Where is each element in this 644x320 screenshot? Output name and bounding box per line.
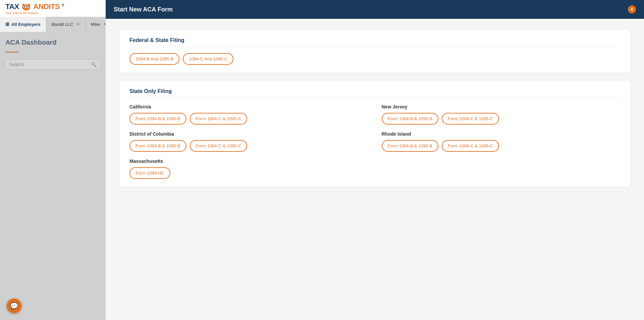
grid-icon: ⊞ (5, 21, 9, 27)
btn-ca-1094b-1095b[interactable]: Form 1094-B & 1095-B (129, 113, 186, 125)
owl-icon (21, 3, 31, 11)
modal-start-aca: Start New ACA Form × Federal & State Fil… (106, 0, 644, 320)
btn-ca-1094c-1095c[interactable]: Form 1094-C & 1095-C (190, 113, 247, 125)
federal-buttons-row: 1094-B And 1095-B 1094-C And 1095-C (129, 53, 620, 65)
logo-subtitle: Your 1099 & W2 Experts (5, 11, 64, 15)
state-filing-heading: State Only Filing (129, 88, 620, 98)
states-grid: California Form 1094-B & 1095-B Form 109… (129, 104, 620, 179)
ma-buttons: Form 1099-HC (129, 167, 368, 179)
btn-1094c-1095c[interactable]: 1094-C And 1095-C (183, 53, 233, 65)
logo-reg: ® (62, 3, 64, 7)
new-jersey-buttons: Form 1094-B & 1095-B Form 1094-C & 1095-… (382, 113, 621, 125)
state-ri-name: Rhode Island (382, 131, 621, 137)
state-filing-section: State Only Filing California Form 1094-B… (119, 80, 631, 187)
employer-tab-bandit[interactable]: Bandit LLC ✕ (46, 17, 86, 32)
employer-tab-bandit-label: Bandit LLC (52, 22, 73, 27)
employer-tab-all[interactable]: ⊞ All Employers (0, 17, 46, 32)
modal-body: Federal & State Filing 1094-B And 1095-B… (106, 19, 644, 320)
logo-tax: TAX ANDITS ® (5, 2, 64, 11)
modal-header: Start New ACA Form × (106, 0, 644, 19)
btn-nj-1094b-1095b[interactable]: Form 1094-B & 1095-B (382, 113, 439, 125)
state-new-jersey-name: New Jersey (382, 104, 621, 109)
federal-filing-section: Federal & State Filing 1094-B And 1095-B… (119, 29, 631, 73)
logo-area: TAX ANDITS ® Your 109 (0, 0, 106, 17)
dc-buttons: Form 1094-B & 1095-B Form 1094-C & 1095-… (129, 140, 368, 152)
california-buttons: Form 1094-B & 1095-B Form 1094-C & 1095-… (129, 113, 368, 125)
btn-dc-1094b-1095b[interactable]: Form 1094-B & 1095-B (129, 140, 186, 152)
chat-bubble[interactable]: 💬 (7, 299, 21, 313)
state-dc-name: District of Columbia (129, 131, 368, 137)
logo-text: TAX ANDITS ® (5, 2, 64, 11)
sidebar-overlay (0, 32, 106, 320)
btn-1094b-1095b[interactable]: 1094-B And 1095-B (129, 53, 179, 65)
employer-tab-all-label: All Employers (11, 22, 41, 27)
state-california: California Form 1094-B & 1095-B Form 109… (129, 104, 368, 125)
logo: TAX ANDITS ® Your 109 (5, 2, 64, 15)
modal-title: Start New ACA Form (114, 6, 173, 13)
state-rhode-island: Rhode Island Form 1094-B & 1095-B Form 1… (382, 131, 621, 152)
employer-tab-mike-label: Mike (91, 22, 100, 27)
svg-point-6 (22, 4, 24, 6)
btn-dc-1094c-1095c[interactable]: Form 1094-C & 1095-C (190, 140, 247, 152)
state-california-name: California (129, 104, 368, 109)
btn-ri-1094c-1095c[interactable]: Form 1094-C & 1095-C (442, 140, 499, 152)
svg-point-4 (27, 6, 29, 7)
svg-point-7 (28, 4, 30, 6)
employer-tab-bandit-close[interactable]: ✕ (76, 22, 80, 26)
modal-close-button[interactable]: × (628, 5, 636, 13)
logo-andits: ANDITS (33, 2, 60, 11)
state-district-columbia: District of Columbia Form 1094-B & 1095-… (129, 131, 368, 152)
federal-filing-heading: Federal & State Filing (129, 37, 620, 47)
btn-ri-1094b-1095b[interactable]: Form 1094-B & 1095-B (382, 140, 439, 152)
chat-icon: 💬 (10, 302, 18, 310)
btn-nj-1094c-1095c[interactable]: Form 1094-C & 1095-C (442, 113, 499, 125)
state-massachusetts: Massachusetts Form 1099-HC (129, 158, 368, 179)
ri-buttons: Form 1094-B & 1095-B Form 1094-C & 1095-… (382, 140, 621, 152)
svg-point-3 (24, 6, 25, 7)
state-new-jersey: New Jersey Form 1094-B & 1095-B Form 109… (382, 104, 621, 125)
state-ma-name: Massachusetts (129, 158, 368, 164)
btn-ma-1099hc[interactable]: Form 1099-HC (129, 167, 170, 179)
